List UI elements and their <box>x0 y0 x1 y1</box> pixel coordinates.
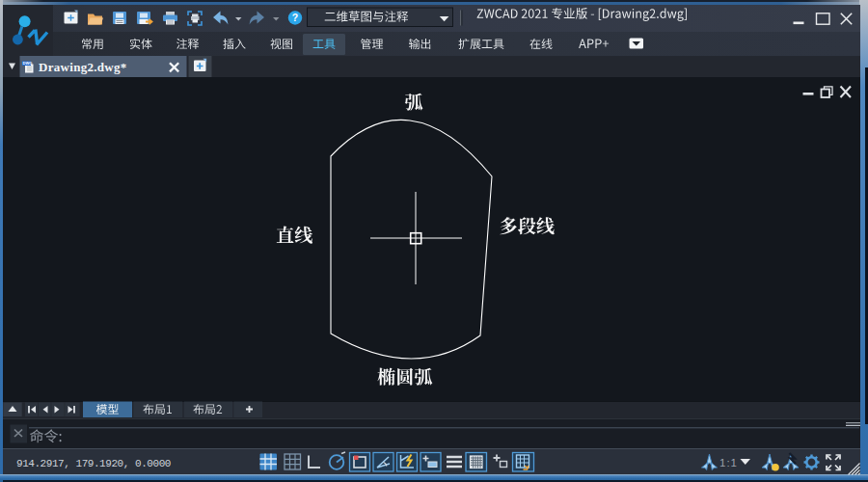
svg-text:Drawing2.dwg*: Drawing2.dwg* <box>39 60 127 74</box>
svg-text:?: ? <box>292 12 298 23</box>
svg-text:1:1: 1:1 <box>719 457 738 469</box>
svg-text:914.2917, 179.1920, 0.0000: 914.2917, 179.1920, 0.0000 <box>16 458 171 469</box>
svg-text:DWG: DWG <box>23 61 33 66</box>
